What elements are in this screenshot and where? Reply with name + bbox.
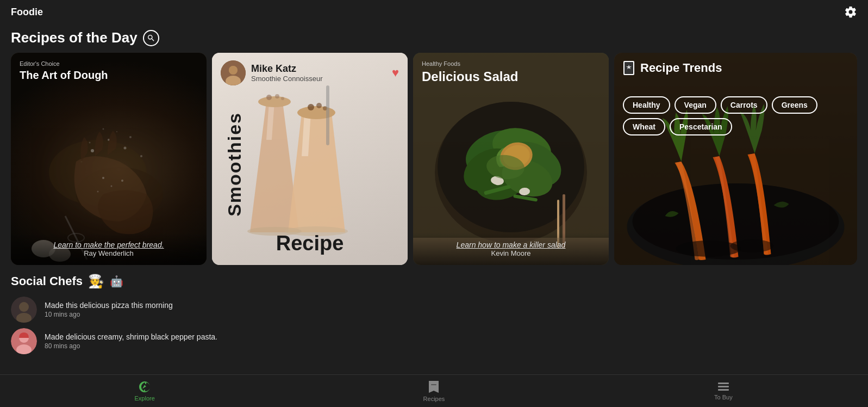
svg-point-7 [103,128,104,130]
svg-rect-74 [718,386,729,387]
page-title: Recipes of the Day [11,29,138,46]
trends-header: Recipe Trends [623,60,722,76]
settings-icon[interactable] [844,5,857,18]
svg-point-2 [91,149,94,152]
salad-learn: Learn how to make a killer salad [422,240,600,249]
svg-point-6 [140,155,142,157]
card-trends[interactable]: Recipe Trends Healthy Vegan Carrots Gree… [614,53,857,265]
svg-point-61 [676,240,741,257]
svg-point-62 [730,239,774,252]
trends-tags: Healthy Vegan Carrots Greens Wheat Pesce… [623,96,848,135]
favorite-icon[interactable]: ♥ [392,66,399,80]
profile-name: Mike Katz [251,63,323,75]
nav-tobuy[interactable]: To Buy [579,381,868,400]
feed-text-2: Made delicious creamy, shrimp black pepp… [45,332,217,341]
svg-point-4 [124,147,127,150]
topbar: Foodie [0,0,868,24]
nav-recipes-label: Recipes [423,396,445,402]
svg-point-25 [275,94,279,98]
explore-icon [138,380,151,393]
tag-vegan[interactable]: Vegan [675,96,716,114]
social-title: Social Chefs [11,274,83,288]
chef-icon: 🧑‍🍳 [88,274,104,289]
recipes-section-header: Recipes of the Day [0,24,868,53]
card-dough[interactable]: Editor's Choice The Art of Dough Learn t… [11,53,207,265]
bottom-nav: Explore Recipes To Buy [0,374,868,407]
social-feed: Made this delicious pizza this morning 1… [11,297,857,354]
svg-point-16 [111,186,113,187]
svg-point-27 [297,106,335,119]
tobuy-icon [717,381,729,392]
salad-author: Kevin Moore [422,249,600,257]
feed-avatar-2 [11,328,37,354]
tag-carrots[interactable]: Carrots [721,96,767,114]
card-dough-title: The Art of Dough [20,69,108,82]
svg-point-67 [19,302,29,312]
feed-time-1: 10 mins ago [45,311,173,318]
svg-rect-75 [718,389,729,391]
svg-point-8 [116,131,117,132]
feed-item-2: Made delicious creamy, shrimp black pepp… [11,328,857,354]
nav-recipes[interactable]: Recipes [289,380,578,402]
robot-icon: 🤖 [110,275,123,288]
tag-greens[interactable]: Greens [772,96,817,114]
editors-choice-badge: Editor's Choice [20,60,108,67]
profile-subtitle: Smoothie Connoisseur [251,75,323,83]
bookmark-icon [623,60,635,76]
svg-point-26 [281,97,284,100]
nav-tobuy-label: To Buy [714,394,733,400]
smoothies-label: Smoothies [224,112,245,217]
card-smoothie[interactable]: Mike Katz Smoothie Connoisseur ♥ Smoothi… [212,53,408,265]
healthy-foods-badge: Healthy Foods [422,60,518,67]
svg-point-9 [129,136,132,138]
profile-avatar [221,60,246,85]
svg-point-17 [121,180,123,182]
svg-rect-72 [431,384,436,385]
card-dough-author: Ray Wenderlich [20,249,198,257]
app-title: Foodie [11,7,43,18]
recipes-icon [428,380,440,394]
card-salad[interactable]: Healthy Foods Delicious Salad Learn how … [413,53,609,265]
feed-item-1: Made this delicious pizza this morning 1… [11,297,857,323]
svg-point-18 [97,191,99,193]
salad-title: Delicious Salad [422,69,518,84]
cards-row: Editor's Choice The Art of Dough Learn t… [0,53,868,265]
nav-explore[interactable]: Explore [0,380,289,402]
feed-avatar-1 [11,297,37,323]
svg-point-28 [308,104,314,110]
nav-explore-label: Explore [135,395,155,402]
feed-text-1: Made this delicious pizza this morning [45,301,173,310]
svg-point-29 [316,103,322,108]
svg-rect-73 [718,383,729,384]
social-chefs-section: Social Chefs 🧑‍🍳 🤖 Made this delicious p… [0,265,868,360]
search-button[interactable] [143,30,159,46]
svg-rect-31 [326,85,329,145]
tag-pescetarian[interactable]: Pescetarian [670,118,732,135]
tag-healthy[interactable]: Healthy [623,96,670,114]
svg-point-15 [102,177,104,179]
card-dough-learn: Learn to make the perfect bread. [20,240,198,249]
svg-point-24 [266,95,272,100]
svg-point-22 [229,66,238,75]
tag-wheat[interactable]: Wheat [623,118,665,135]
trends-title: Recipe Trends [640,61,722,75]
recipe-label: Recipe [276,232,344,255]
feed-time-2: 80 mins ago [45,342,217,350]
svg-point-10 [89,142,91,144]
svg-point-23 [258,96,291,107]
